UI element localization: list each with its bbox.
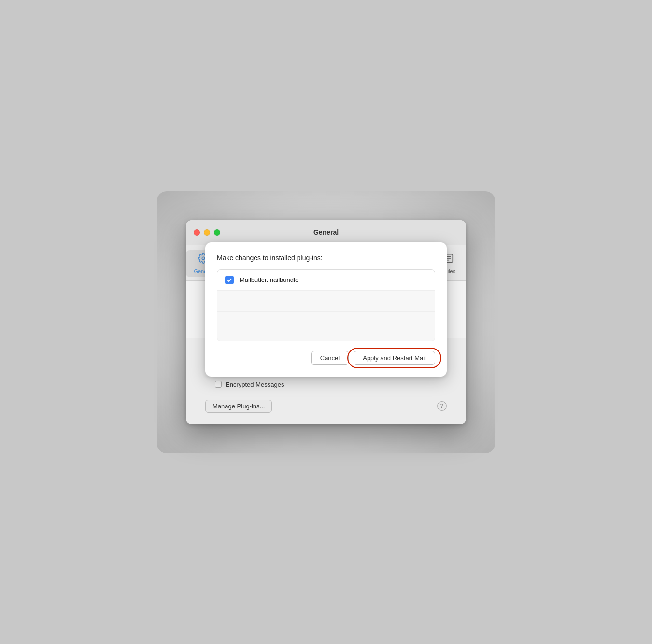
svg-point-0 (202, 257, 205, 260)
encrypted-checkbox[interactable] (215, 381, 222, 388)
plugin-checkbox[interactable] (225, 276, 234, 284)
maximize-button[interactable] (214, 229, 220, 236)
minimize-button[interactable] (204, 229, 210, 236)
encrypted-label: Encrypted Messages (226, 381, 284, 388)
plugin-item[interactable]: Mailbutler.mailbundle (217, 270, 435, 291)
encrypted-row: Encrypted Messages (215, 381, 447, 388)
window-title: General (313, 228, 339, 236)
close-button[interactable] (194, 229, 200, 236)
plugin-list: Mailbutler.mailbundle (217, 269, 435, 341)
apply-restart-button[interactable]: Apply and Restart Mail (354, 351, 435, 365)
plugin-empty-2 (217, 312, 435, 341)
bottom-bar: Manage Plug-ins... ? (205, 392, 447, 413)
plugin-dialog: Make changes to installed plug-ins: Mail… (205, 242, 447, 377)
mail-preferences-window: General General @ Accounts (186, 220, 466, 424)
settings-background: Default email reader: Mail ⌃⌄ Check for … (186, 281, 466, 338)
manage-plugins-button[interactable]: Manage Plug-ins... (205, 400, 272, 413)
traffic-lights (194, 229, 220, 236)
help-button[interactable]: ? (437, 401, 447, 411)
dialog-buttons: Cancel Apply and Restart Mail (217, 351, 435, 365)
plugin-name: Mailbutler.mailbundle (240, 276, 298, 283)
cancel-button[interactable]: Cancel (311, 351, 349, 365)
dialog-title: Make changes to installed plug-ins: (217, 254, 435, 262)
titlebar: General (186, 220, 466, 245)
plugin-empty-1 (217, 291, 435, 312)
dialog-overlay: Make changes to installed plug-ins: Mail… (186, 281, 466, 338)
